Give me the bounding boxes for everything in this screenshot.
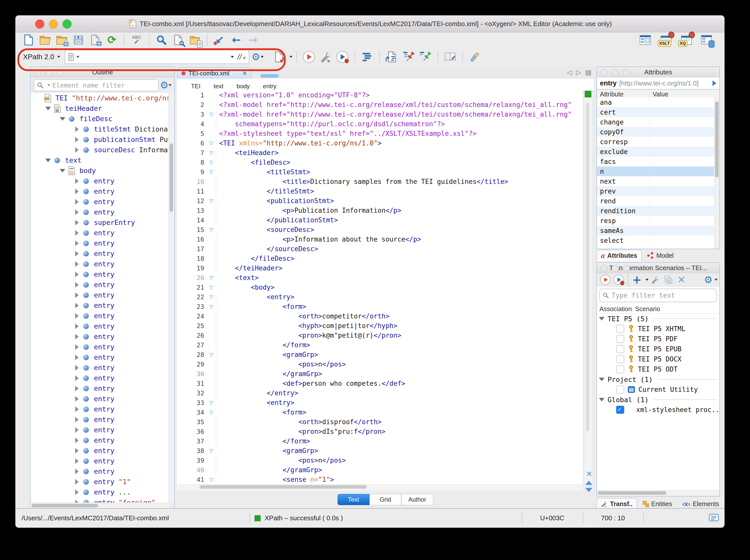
outline-node-entry[interactable]: entry xyxy=(31,311,169,321)
expand-arrow-icon[interactable] xyxy=(72,209,82,215)
expand-arrow-icon[interactable] xyxy=(72,500,82,503)
outline-node-entry[interactable]: entry xyxy=(31,269,169,280)
outline-node-entry[interactable]: entry xyxy=(31,414,169,425)
back-button[interactable]: ← xyxy=(230,34,243,46)
expand-arrow-icon[interactable] xyxy=(72,489,82,495)
edit-scenario-button[interactable] xyxy=(650,274,661,285)
forward-button[interactable]: → xyxy=(246,34,260,46)
attribute-value[interactable] xyxy=(649,186,714,196)
scenarios-panel-header[interactable]: Transformation Scenarios – TEI... xyxy=(597,263,719,273)
attribute-row-ana[interactable]: ana xyxy=(597,97,714,107)
scenario-group-TEI[interactable]: TEI P5 (5) xyxy=(597,314,719,324)
attribute-value[interactable] xyxy=(649,216,714,226)
expand-arrow-icon[interactable] xyxy=(72,126,82,132)
expand-arrow-icon[interactable] xyxy=(72,282,82,287)
expand-arrow-icon[interactable] xyxy=(72,189,82,194)
apply-scenario-button[interactable] xyxy=(600,274,611,285)
attribute-row-rend[interactable]: rend xyxy=(597,196,714,206)
collapse-arrow-icon[interactable] xyxy=(599,378,605,381)
editor-perspective-button[interactable] xyxy=(639,34,652,46)
code-line[interactable]: 4 schematypens="http://purl.oclc.org/dsd… xyxy=(177,119,583,129)
outline-node-entry[interactable]: entry xyxy=(31,352,169,362)
expand-arrow-icon[interactable] xyxy=(72,199,82,205)
expand-arrow-icon[interactable] xyxy=(72,241,82,246)
reload-button[interactable]: ⟳ xyxy=(105,34,118,46)
code-line[interactable]: 32 </entry> xyxy=(177,388,583,398)
scenario-group-Project[interactable]: Project (1) xyxy=(597,374,719,384)
collapse-arrow-icon[interactable] xyxy=(58,117,67,121)
minimize-window-button[interactable] xyxy=(49,19,58,28)
attribute-value[interactable] xyxy=(649,236,714,245)
outline-node-entry[interactable]: entry"foreign" xyxy=(31,497,169,503)
fold-toggle-icon[interactable]: ▽ xyxy=(207,284,216,291)
attribute-row-sameAs[interactable]: sameAs xyxy=(597,226,714,236)
code-line[interactable]: 36 <pron>dIs"pru:f</pron> xyxy=(177,427,583,436)
new-scenario-caret-icon[interactable] xyxy=(646,279,649,281)
associate-schema-button[interactable] xyxy=(402,51,415,63)
attribute-row-prev[interactable]: prev xyxy=(597,186,714,196)
scenarios-settings-button[interactable]: ⚙ xyxy=(705,274,716,285)
tab-list-icon[interactable]: ▤ xyxy=(585,68,591,76)
scenario-checkbox[interactable] xyxy=(616,325,624,333)
outline-node-entry[interactable]: entry xyxy=(31,228,169,238)
outline-node-TEI[interactable]: TEITEI"http://www.tei-c.org/ns/1... xyxy=(31,93,169,103)
outline-filter-input[interactable] xyxy=(52,81,156,89)
outline-node-entry[interactable]: entry xyxy=(31,186,169,197)
expand-arrow-icon[interactable] xyxy=(72,438,82,443)
outline-node-entry[interactable]: entry xyxy=(31,404,169,414)
code-line[interactable]: 10 <title>Dictionary samples from the TE… xyxy=(177,177,583,186)
code-line[interactable]: 39 <pos>n</pos> xyxy=(177,456,583,465)
outline-node-entry[interactable]: entry xyxy=(31,280,169,290)
outline-node-entry[interactable]: entry xyxy=(31,456,169,466)
code-line[interactable]: 11 </titleStmt> xyxy=(177,186,583,196)
outline-node-entry[interactable]: entry xyxy=(31,445,169,456)
attribute-value[interactable] xyxy=(649,137,714,147)
attribute-row-change[interactable]: change xyxy=(597,117,714,127)
expand-arrow-icon[interactable] xyxy=(72,313,82,319)
outline-node-entry[interactable]: entry xyxy=(31,362,169,373)
find-replace-button[interactable] xyxy=(155,34,168,46)
code-line[interactable]: 26 <pron>k@m"petit@(r)</pron> xyxy=(177,331,583,340)
editor-horizontal-scrollbar[interactable] xyxy=(177,484,583,491)
open-file-button[interactable] xyxy=(38,34,52,46)
attribute-value[interactable] xyxy=(649,127,714,137)
code-line[interactable]: 27 </form> xyxy=(177,340,583,350)
close-window-button[interactable] xyxy=(35,19,44,28)
editor-tab-tei-combo[interactable]: TEI-combo.xml ✕ xyxy=(177,67,251,79)
validate-caret-icon[interactable] xyxy=(290,56,293,58)
spell-check-button[interactable]: ABC✓ xyxy=(130,34,143,46)
outline-node-entry[interactable]: entry xyxy=(31,207,169,217)
scenario-group-Global[interactable]: Global (1) xyxy=(597,395,719,405)
scenario-item[interactable]: TEI P5 DOCX xyxy=(597,354,719,364)
scenario-item[interactable]: TEI P5 XHTML xyxy=(597,324,719,334)
fold-toggle-icon[interactable]: ▽ xyxy=(207,303,216,309)
fold-toggle-icon[interactable]: ▽ xyxy=(207,140,216,146)
outline-node-entry[interactable]: entry xyxy=(31,176,169,186)
collapse-arrow-icon[interactable] xyxy=(43,159,53,162)
zoom-window-button[interactable] xyxy=(62,19,72,28)
fold-toggle-icon[interactable]: ▽ xyxy=(207,227,216,233)
xpath-scope-caret-icon[interactable] xyxy=(76,56,79,58)
code-line[interactable]: 20▽ <text> xyxy=(177,273,583,282)
expand-arrow-icon[interactable] xyxy=(72,448,82,454)
outline-node-entry[interactable]: entry xyxy=(31,259,169,269)
attribute-row-rendition[interactable]: rendition xyxy=(597,206,714,216)
fold-toggle-icon[interactable]: ▽ xyxy=(207,275,216,281)
outline-node-entry[interactable]: entry xyxy=(31,300,169,311)
outline-settings-button[interactable]: ⚙ xyxy=(160,79,171,92)
tab-close-icon[interactable]: ✕ xyxy=(242,70,247,77)
expand-arrow-icon[interactable] xyxy=(72,178,82,184)
open-url-button[interactable] xyxy=(55,34,68,46)
attribute-value[interactable] xyxy=(649,226,714,236)
new-scenario-button[interactable]: + xyxy=(631,274,643,285)
scenario-checkbox[interactable] xyxy=(616,365,624,373)
debug-transformation-button[interactable] xyxy=(336,51,349,63)
scenarios-horizontal-scrollbar[interactable] xyxy=(597,490,719,496)
scenario-item[interactable]: TEI P5 PDF xyxy=(597,334,719,344)
fold-toggle-icon[interactable]: ▽ xyxy=(207,448,216,454)
attribute-value[interactable] xyxy=(649,157,714,166)
outline-node-entry[interactable]: entry xyxy=(31,290,169,300)
find-in-files-button[interactable] xyxy=(172,34,185,46)
fold-toggle-icon[interactable]: ▽ xyxy=(207,198,216,204)
code-line[interactable]: 19 </teiHeader> xyxy=(177,263,583,273)
